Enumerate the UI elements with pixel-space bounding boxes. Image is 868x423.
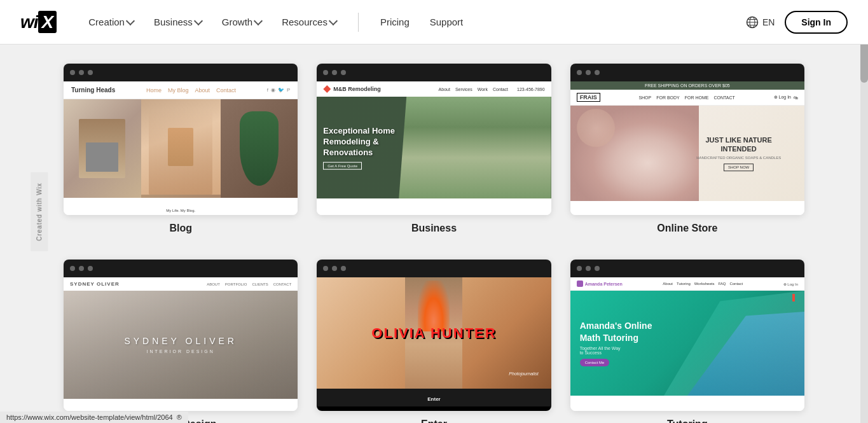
interior-hero: SYDNEY OLIVER INTERIOR DESIGN (64, 291, 298, 399)
status-bar: https://www.wix.com/website-template/vie… (0, 412, 188, 423)
status-copyright: ® (177, 413, 182, 421)
template-card-photo: OLIVIA HUNTER Photojournalist Enter Ente… (317, 260, 551, 423)
business-nav-links: AboutServicesWorkContact 123-456-7890 (439, 87, 545, 92)
blog-nav-links: Home My Blog About Contact (146, 87, 236, 94)
nav-item-resources[interactable]: Resources (273, 11, 345, 32)
photo-name: OLIVIA HUNTER (371, 325, 496, 342)
scrollbar[interactable] (860, 0, 868, 423)
store-nav: FRAIS SHOPFOR BODYFOR HOMECONTACT ⊕ Log … (570, 90, 804, 106)
photo-hero: OLIVIA HUNTER Photojournalist (317, 277, 551, 389)
store-hero: JUST LIKE NATUREINTENDED HANDCRAFTED ORG… (570, 106, 804, 201)
store-preview-body: FREE SHIPPING ON ORDERS OVER $05 FRAIS S… (570, 81, 804, 215)
tutor-nav: Amanda Petersen AboutTutoringWorksheetsF… (570, 277, 804, 291)
interior-preview[interactable]: SYDNEY OLIVER ABOUTPORTFOLIOCLIENTSCONTA… (64, 260, 298, 411)
side-created-label: Created with Wix (31, 172, 48, 251)
photo-enter-label: Enter (427, 396, 440, 402)
preview-topbar (64, 260, 298, 277)
business-hero: Exceptional HomeRemodeling &Renovations … (317, 97, 551, 198)
photo-preview-body: OLIVIA HUNTER Photojournalist Enter (317, 277, 551, 411)
nav-links: Creation Business Growth Resources Prici… (79, 11, 746, 32)
tutor-preview[interactable]: Amanda Petersen AboutTutoringWorksheetsF… (570, 260, 804, 411)
photo-subtitle: Photojournalist (509, 371, 538, 376)
nav-item-creation[interactable]: Creation (79, 11, 142, 32)
template-card-interior: SYDNEY OLIVER ABOUTPORTFOLIOCLIENTSCONTA… (64, 260, 298, 423)
business-preview-body: M&B Remodeling AboutServicesWorkContact … (317, 81, 551, 215)
photo-label: Enter (421, 419, 447, 423)
template-card-blog: Turning Heads Home My Blog About Contact… (64, 64, 298, 234)
language-selector[interactable]: EN (746, 16, 775, 29)
wix-logo[interactable]: wiX (20, 12, 57, 32)
nav-divider (358, 13, 359, 32)
nav-item-growth[interactable]: Growth (213, 11, 270, 32)
preview-topbar (317, 260, 551, 277)
store-preview[interactable]: FREE SHIPPING ON ORDERS OVER $05 FRAIS S… (570, 64, 804, 215)
chevron-down-icon (254, 17, 263, 25)
nav-item-business[interactable]: Business (145, 11, 210, 32)
store-hero-text: JUST LIKE NATUREINTENDED HANDCRAFTED ORG… (696, 135, 781, 171)
template-card-store: FREE SHIPPING ON ORDERS OVER $05 FRAIS S… (570, 64, 804, 234)
blog-site-name: Turning Heads (71, 87, 115, 94)
lang-label: EN (762, 17, 775, 27)
template-card-business: M&B Remodeling AboutServicesWorkContact … (317, 64, 551, 234)
preview-topbar (570, 64, 804, 81)
nav-right: EN Sign In (746, 11, 848, 34)
template-card-tutor: Amanda Petersen AboutTutoringWorksheetsF… (570, 260, 804, 423)
preview-topbar (317, 64, 551, 81)
chevron-down-icon (329, 17, 338, 25)
interior-preview-body: SYDNEY OLIVER ABOUTPORTFOLIOCLIENTSCONTA… (64, 277, 298, 411)
store-label: Online Store (657, 223, 717, 234)
preview-topbar (570, 260, 804, 277)
template-grid: Turning Heads Home My Blog About Contact… (64, 64, 804, 423)
globe-icon (746, 16, 759, 29)
main-content: Turning Heads Home My Blog About Contact… (0, 45, 868, 423)
status-url: https://www.wix.com/website-template/vie… (6, 413, 173, 421)
nav-item-support[interactable]: Support (421, 11, 472, 32)
preview-topbar (64, 64, 298, 81)
blog-label: Blog (169, 223, 192, 234)
tutor-preview-body: Amanda Petersen AboutTutoringWorksheetsF… (570, 277, 804, 411)
tutor-label: Tutoring (667, 419, 708, 423)
store-banner: FREE SHIPPING ON ORDERS OVER $05 (570, 81, 804, 90)
photo-preview[interactable]: OLIVIA HUNTER Photojournalist Enter (317, 260, 551, 411)
chevron-down-icon (194, 17, 203, 25)
chevron-down-icon (126, 17, 135, 25)
business-logo: M&B Remodeling (323, 85, 381, 93)
tutor-hero-text: Amanda's OnlineMath Tutoring Together Al… (570, 310, 662, 375)
interior-nav: SYDNEY OLIVER ABOUTPORTFOLIOCLIENTSCONTA… (64, 277, 298, 291)
blog-social-icons: f◉🐦P (267, 87, 291, 93)
navbar: wiX Creation Business Growth Resources P… (0, 0, 868, 45)
blog-preview-body: Turning Heads Home My Blog About Contact… (64, 81, 298, 215)
sign-in-button[interactable]: Sign In (785, 11, 848, 34)
tutor-hero: Amanda's OnlineMath Tutoring Together Al… (570, 291, 804, 396)
nav-item-pricing[interactable]: Pricing (371, 11, 418, 32)
blog-preview[interactable]: Turning Heads Home My Blog About Contact… (64, 64, 298, 215)
business-preview[interactable]: M&B Remodeling AboutServicesWorkContact … (317, 64, 551, 215)
business-label: Business (411, 223, 457, 234)
